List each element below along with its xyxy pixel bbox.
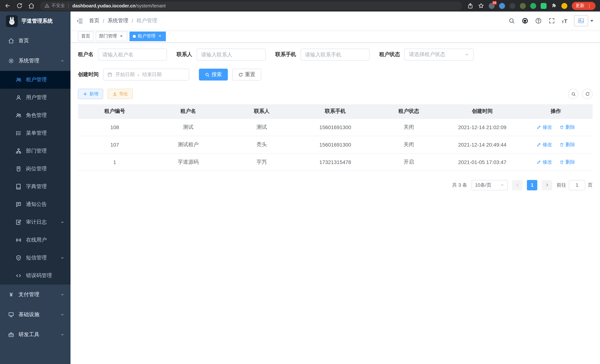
- extension-olive-icon[interactable]: [520, 3, 526, 9]
- sidebar-item-payment[interactable]: ¥ 支付管理: [0, 285, 71, 305]
- status-select[interactable]: 请选择租户状态: [404, 49, 473, 60]
- delete-button[interactable]: 删除: [560, 141, 575, 148]
- extension-blue-icon[interactable]: [499, 3, 505, 9]
- sidebar-item-sms[interactable]: 短信管理: [0, 249, 71, 267]
- add-button[interactable]: 新增: [78, 89, 103, 99]
- system-submenu: 租户管理 用户管理 角色管理 菜单管理 部门管理: [0, 71, 71, 285]
- table-header-row: 租户编号 租户名 联系人 联系手机 租户状态 创建时间 操作: [78, 104, 593, 118]
- tab-home[interactable]: 首页: [78, 31, 94, 41]
- sidebar-item-home[interactable]: 首页: [0, 31, 71, 51]
- tenant-name-input[interactable]: [103, 52, 162, 57]
- tab-tenant[interactable]: 租户管理×: [130, 31, 166, 41]
- sidebar-item-audit-log[interactable]: 审计日志: [0, 213, 71, 231]
- breadcrumb-system[interactable]: 系统管理: [108, 18, 128, 24]
- extensions-puzzle-icon[interactable]: [551, 3, 557, 9]
- extension-adblock-icon[interactable]: 10: [489, 3, 495, 9]
- help-icon[interactable]: [535, 18, 542, 24]
- sidebar-item-notice[interactable]: 通知公告: [0, 196, 71, 213]
- audit-log-icon: [16, 219, 21, 225]
- extension-chat-icon[interactable]: [541, 3, 547, 9]
- fullscreen-icon[interactable]: [548, 18, 555, 24]
- phone-input-wrap: [300, 49, 370, 60]
- omnibox-divider: [68, 3, 69, 8]
- edit-button[interactable]: 修改: [536, 159, 552, 165]
- search-icon[interactable]: [508, 18, 515, 24]
- goto-page-input[interactable]: [569, 180, 585, 190]
- status-select-placeholder: 请选择租户状态: [409, 51, 445, 58]
- app-logo[interactable]: 芋道管理系统: [0, 11, 71, 31]
- github-icon[interactable]: [522, 18, 528, 24]
- delete-button[interactable]: 删除: [560, 159, 575, 165]
- export-button[interactable]: 导出: [108, 89, 133, 99]
- sidebar-item-dept[interactable]: 部门管理: [0, 142, 71, 160]
- page-number-1[interactable]: 1: [527, 180, 537, 190]
- reset-button[interactable]: 重置: [232, 69, 261, 81]
- prev-page-button[interactable]: [512, 180, 523, 190]
- sidebar-item-menu[interactable]: 菜单管理: [0, 124, 71, 142]
- tenant-name-input-wrap: [98, 49, 167, 60]
- sidebar: 芋道管理系统 首页 系统管理 租户管理 用户管理: [0, 11, 71, 364]
- back-icon[interactable]: [4, 3, 11, 9]
- table-row: 1 芋道源码 芋艿 17321315478 开启 2021-01-05 17:0…: [78, 153, 593, 171]
- sidebar-item-devtools[interactable]: 研发工具: [0, 325, 71, 345]
- cell-status: 开启: [372, 153, 445, 171]
- edit-button[interactable]: 修改: [536, 141, 552, 148]
- edit-button[interactable]: 修改: [536, 124, 552, 131]
- phone-input[interactable]: [305, 52, 365, 57]
- search-button[interactable]: 搜索: [199, 69, 228, 81]
- cell-contact: 秃头: [225, 136, 299, 153]
- chevron-down-icon: [60, 332, 65, 337]
- tenant-users-icon: [16, 77, 21, 83]
- cell-contact: 芋艿: [225, 153, 299, 171]
- breadcrumb-home[interactable]: 首页: [89, 18, 99, 24]
- cell-created: 2021-12-14 21:02:09: [445, 118, 519, 136]
- extension-green-circle-icon[interactable]: [530, 3, 536, 9]
- contact-input[interactable]: [201, 52, 261, 57]
- tab-dept[interactable]: 部门管理×: [96, 31, 127, 41]
- page-size-select[interactable]: 10条/页: [472, 180, 508, 190]
- share-icon[interactable]: [467, 3, 473, 9]
- chevron-down-icon: [60, 220, 65, 224]
- org-tree-icon: [16, 148, 21, 154]
- dictionary-book-icon: [16, 184, 21, 190]
- sidebar-item-system[interactable]: 系统管理: [0, 51, 71, 71]
- sidebar-item-infrastructure[interactable]: 基础设施: [0, 305, 71, 325]
- avatar[interactable]: [574, 15, 588, 26]
- sidebar-item-error-code[interactable]: 错误码管理: [0, 267, 71, 285]
- sidebar-item-online-user[interactable]: 在线用户: [0, 231, 71, 249]
- update-button[interactable]: 更新⋮: [572, 2, 596, 10]
- sidebar-item-dict[interactable]: 字典管理: [0, 178, 71, 196]
- sidebar-item-tenant[interactable]: 租户管理: [0, 71, 71, 89]
- next-page-button[interactable]: [542, 180, 552, 190]
- delete-button[interactable]: 删除: [560, 124, 575, 131]
- home-nav-icon[interactable]: [28, 3, 35, 9]
- infrastructure-monitor-icon: [8, 312, 14, 318]
- security-warning-icon[interactable]: [45, 3, 49, 8]
- chevron-down-icon: [500, 183, 504, 187]
- url-bar[interactable]: 不安全 dashboard.yudao.iocoder.cn/system/te…: [40, 1, 462, 10]
- cell-status: 关闭: [372, 136, 445, 153]
- extension-dark-icon[interactable]: [509, 3, 516, 9]
- sidebar-fold-icon[interactable]: [76, 17, 83, 24]
- user-menu[interactable]: [574, 15, 593, 26]
- bookmark-star-icon[interactable]: [478, 3, 484, 9]
- date-range-picker[interactable]: 开始日期 - 结束日期: [103, 69, 189, 81]
- refresh-button[interactable]: [582, 89, 593, 99]
- cell-created: 2021-01-05 17:03:47: [445, 153, 519, 171]
- tab-close-icon[interactable]: ×: [157, 34, 162, 39]
- reload-icon[interactable]: [16, 3, 23, 9]
- caret-down-icon: [590, 20, 593, 22]
- font-size-icon[interactable]: TT: [562, 18, 567, 24]
- cell-tenant-name: 测试租户: [151, 136, 225, 153]
- sidebar-item-role[interactable]: 角色管理: [0, 106, 71, 124]
- chevron-down-icon: [465, 52, 469, 57]
- search-toggle-button[interactable]: [568, 89, 579, 99]
- sidebar-item-post[interactable]: 岗位管理: [0, 160, 71, 178]
- browser-menu-icon[interactable]: ⋮: [587, 3, 592, 8]
- breadcrumb-separator: /: [103, 18, 104, 24]
- col-contact: 联系人: [225, 104, 299, 118]
- tab-close-icon[interactable]: ×: [119, 34, 124, 39]
- profile-avatar-icon[interactable]: [562, 3, 567, 9]
- calendar-icon: [107, 72, 112, 77]
- sidebar-item-user[interactable]: 用户管理: [0, 89, 71, 106]
